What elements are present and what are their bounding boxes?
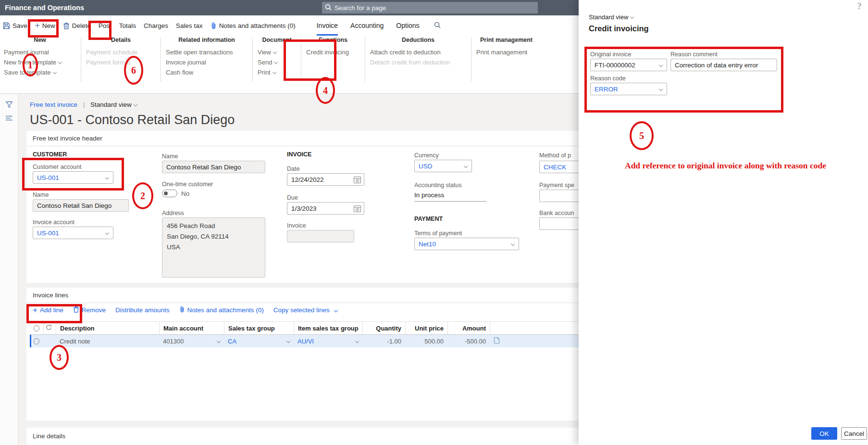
free-text-invoice-header-section: Free text invoice header CUSTOMER Custom… <box>26 131 579 283</box>
menu-invoice-journal[interactable]: Invoice journal <box>166 57 248 67</box>
select-all-radio-cell[interactable] <box>30 322 43 334</box>
notes-attachments-button[interactable]: Notes and attachments (0) <box>211 22 296 29</box>
copy-selected-lines-button[interactable]: Copy selected lines <box>273 306 337 314</box>
terms-of-payment-combo[interactable]: Net10 <box>414 238 519 250</box>
date-field[interactable]: 12/24/2022 <box>287 173 364 186</box>
filter-icon[interactable] <box>0 101 18 108</box>
calendar-icon[interactable] <box>353 204 361 214</box>
menu-cash-flow[interactable]: Cash flow <box>166 67 248 77</box>
chevron-down-icon <box>133 102 137 106</box>
method-of-payment-combo[interactable]: CHECK <box>539 161 579 173</box>
plus-icon: + <box>33 307 37 314</box>
col-main-account[interactable]: Main account <box>159 322 224 334</box>
menu-print[interactable]: Print <box>258 67 296 77</box>
delete-button[interactable]: Delete <box>63 22 91 29</box>
task-list-icon[interactable] <box>0 115 18 121</box>
menu-send[interactable]: Send <box>258 57 296 67</box>
menu-new-from-template[interactable]: New from template <box>4 57 76 67</box>
tab-invoice[interactable]: Invoice <box>317 15 338 36</box>
invoice-number-field[interactable] <box>287 230 354 242</box>
col-item-sales-tax-group[interactable]: Item sales tax group <box>294 322 362 334</box>
ribbon-search-icon[interactable] <box>434 22 441 30</box>
post-button[interactable]: Post <box>99 22 112 29</box>
cell-item-sales-tax-group[interactable]: AU/VI <box>294 335 362 347</box>
view-selector[interactable]: Standard view <box>90 101 137 108</box>
payment-group-heading: PAYMENT <box>414 216 443 222</box>
line-details-section[interactable]: Line details <box>26 428 579 445</box>
menu-view[interactable]: View <box>258 47 296 57</box>
menu-save-to-template[interactable]: Save to template <box>4 67 76 77</box>
group-divider <box>252 38 253 82</box>
distribute-amounts-button[interactable]: Distribute amounts <box>115 306 170 314</box>
col-attachments <box>490 322 579 334</box>
cell-attachment[interactable] <box>490 335 579 347</box>
line-notes-attachments-button[interactable]: Notes and attachments (0) <box>179 306 264 314</box>
reason-code-combo[interactable]: ERROR <box>590 83 667 95</box>
customer-account-combo[interactable]: US-001 <box>33 171 113 184</box>
save-button[interactable]: Save <box>3 22 27 29</box>
due-field[interactable]: 1/3/2023 <box>287 202 364 215</box>
customer-name-field[interactable]: Contoso Retail San Diego <box>33 199 129 212</box>
new-button[interactable]: + New <box>35 22 55 29</box>
cancel-button[interactable]: Cancel <box>841 427 867 440</box>
cell-main-account[interactable]: 401300 <box>159 335 224 347</box>
method-of-payment-label: Method of p <box>539 152 571 159</box>
menu-settle-open-transactions[interactable]: Settle open transactions <box>166 47 248 57</box>
search-input[interactable] <box>335 4 535 12</box>
date-label: Date <box>287 165 299 172</box>
customer-group-heading: CUSTOMER <box>33 151 67 158</box>
one-time-customer-toggle[interactable]: No <box>162 190 189 197</box>
chevron-down-icon <box>273 50 277 54</box>
cell-amount[interactable]: -500.00 <box>447 335 490 347</box>
col-sales-tax-group[interactable]: Sales tax group <box>224 322 294 334</box>
breadcrumb-free-text-invoice[interactable]: Free text invoice <box>30 101 77 108</box>
currency-combo[interactable]: USD <box>414 160 472 172</box>
menu-credit-invoicing[interactable]: Credit invoicing <box>306 47 360 57</box>
reason-comment-field[interactable]: Correction of data entry error <box>670 59 777 71</box>
col-description[interactable]: Description <box>56 322 159 334</box>
chevron-down-icon <box>286 339 290 343</box>
help-icon[interactable]: ? <box>857 1 861 12</box>
sales-tax-button[interactable]: Sales tax <box>176 22 203 29</box>
payment-specification-field[interactable] <box>539 190 579 202</box>
refresh-cell[interactable] <box>43 322 56 334</box>
tab-options[interactable]: Options <box>396 15 419 36</box>
toggle-pill[interactable] <box>162 190 177 197</box>
menu-print-management[interactable]: Print management <box>476 47 536 57</box>
cell-sales-tax-group[interactable]: CA <box>224 335 294 347</box>
trash-icon <box>73 306 79 314</box>
calendar-icon[interactable] <box>353 176 361 185</box>
ribbon-group-document: Document View Send Print <box>258 37 296 77</box>
chevron-down-icon <box>274 60 278 64</box>
accounting-status-value: In process <box>414 191 486 202</box>
ok-button[interactable]: OK <box>811 427 837 440</box>
bank-account-label: Bank accoun <box>539 210 574 216</box>
col-quantity[interactable]: Quantity <box>362 322 405 334</box>
bank-account-field[interactable] <box>539 217 579 230</box>
cell-unit-price[interactable]: 500.00 <box>405 335 447 347</box>
breadcrumb: Free text invoice | Standard view <box>30 101 137 108</box>
add-line-button[interactable]: + Add line <box>33 306 63 314</box>
due-label: Due <box>287 194 298 201</box>
page-search-box[interactable] <box>322 2 538 13</box>
table-row[interactable]: Credit note 401300 CA AU/VI -1.00 500.00… <box>30 335 579 347</box>
name2-field[interactable]: Contoso Retail San Diego <box>162 161 265 173</box>
cell-quantity[interactable]: -1.00 <box>362 335 405 347</box>
menu-payment-journal[interactable]: Payment journal <box>4 47 76 57</box>
row-radio-cell[interactable] <box>30 335 43 347</box>
col-amount[interactable]: Amount <box>447 322 490 334</box>
dialog-view-selector[interactable]: Standard view <box>589 13 633 21</box>
charges-button[interactable]: Charges <box>144 22 168 29</box>
radio-icon <box>34 325 39 331</box>
chevron-down-icon <box>355 339 359 343</box>
col-unit-price[interactable]: Unit price <box>405 322 447 334</box>
invoice-account-combo[interactable]: US-001 <box>33 227 113 239</box>
original-invoice-combo[interactable]: FTI-00000002 <box>590 59 667 71</box>
cell-description[interactable]: Credit note <box>56 335 159 347</box>
address-field[interactable]: 456 Peach Road San Diego, CA 92114 USA <box>162 217 265 278</box>
remove-line-button[interactable]: Remove <box>73 306 106 314</box>
menu-attach-credit-to-deduction[interactable]: Attach credit to deduction <box>370 47 466 57</box>
invoice-lines-section: Invoice lines + Add line Remove Distribu… <box>26 288 579 420</box>
totals-button[interactable]: Totals <box>119 22 136 29</box>
tab-accounting[interactable]: Accounting <box>350 15 384 36</box>
